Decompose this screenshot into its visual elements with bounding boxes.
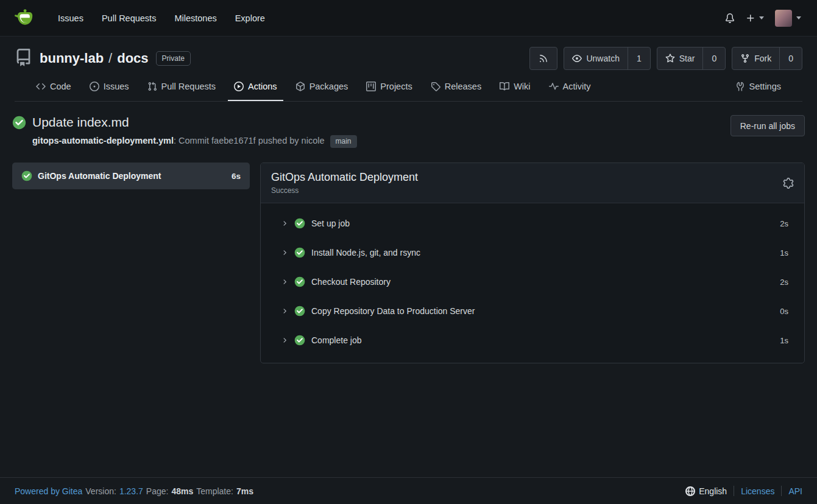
tab-actions[interactable]: Actions <box>228 74 283 101</box>
job-options-button[interactable] <box>783 178 794 189</box>
step-row-setup[interactable]: Set up job 2s <box>261 209 804 238</box>
run-title-line: Update index.md <box>12 115 357 130</box>
bell-icon <box>725 13 735 23</box>
api-link[interactable]: API <box>788 486 802 496</box>
notifications-button[interactable] <box>725 13 735 23</box>
nav-pull-requests[interactable]: Pull Requests <box>93 9 165 28</box>
language-selector[interactable]: English <box>685 486 727 496</box>
step-success-check-icon <box>294 218 305 229</box>
repo-title-row: bunny-lab / docs Private Unwatch 1 <box>15 47 802 70</box>
user-menu[interactable] <box>775 10 801 27</box>
gitea-actions-page: Issues Pull Requests Milestones Explore <box>0 0 817 504</box>
tab-code[interactable]: Code <box>30 74 77 101</box>
page-time-label: Page: <box>146 486 169 496</box>
jobs-sidebar: GitOps Automatic Deployment 6s <box>12 163 250 363</box>
step-row-install[interactable]: Install Node.js, git, and rsync 1s <box>261 238 804 267</box>
step-name: Complete job <box>311 335 362 345</box>
repo-title: bunny-lab / docs <box>40 51 149 66</box>
step-row-checkout[interactable]: Checkout Repository 2s <box>261 267 804 296</box>
step-success-check-icon <box>294 247 305 258</box>
star-label: Star <box>679 54 695 63</box>
run-body: GitOps Automatic Deployment 6s GitOps Au… <box>12 163 805 363</box>
tab-label: Pull Requests <box>161 82 216 91</box>
nav-milestones[interactable]: Milestones <box>165 9 225 28</box>
job-name: GitOps Automatic Deployment <box>38 171 226 181</box>
page-time-value: 48ms <box>171 486 193 496</box>
step-success-check-icon <box>294 276 305 287</box>
rerun-all-jobs-button[interactable]: Re-run all jobs <box>730 115 805 136</box>
gear-icon <box>783 178 794 189</box>
tab-label: Actions <box>248 82 277 91</box>
forks-count[interactable]: 0 <box>779 47 802 69</box>
step-name: Copy Repository Data to Production Serve… <box>311 306 475 316</box>
step-name: Install Node.js, git, and rsync <box>311 248 420 257</box>
repo-owner-link[interactable]: bunny-lab <box>40 51 104 66</box>
footer-divider <box>781 486 782 496</box>
step-duration: 0s <box>780 307 788 316</box>
nav-issues[interactable]: Issues <box>49 9 93 28</box>
rss-button[interactable] <box>529 47 557 70</box>
chevron-right-icon <box>281 249 288 256</box>
tab-label: Releases <box>445 82 481 91</box>
step-row-copy[interactable]: Copy Repository Data to Production Serve… <box>261 296 804 326</box>
pulse-icon <box>549 82 559 91</box>
workflow-file-link[interactable]: gitops-automatic-deployment.yml <box>32 136 174 145</box>
step-name: Set up job <box>311 219 350 228</box>
star-button-group: Star 0 <box>657 47 726 70</box>
fork-button[interactable]: Fork <box>732 47 779 69</box>
rss-icon <box>539 54 548 63</box>
avatar <box>775 10 792 27</box>
step-success-check-icon <box>294 335 305 346</box>
home-link[interactable] <box>13 8 34 29</box>
star-button[interactable]: Star <box>657 47 703 69</box>
create-new-dropdown[interactable] <box>746 13 764 23</box>
tab-wiki[interactable]: Wiki <box>493 74 536 101</box>
step-duration: 2s <box>780 219 788 228</box>
repo-icon <box>15 49 32 69</box>
job-success-check-icon <box>21 170 32 181</box>
tab-label: Code <box>50 82 71 91</box>
powered-by-gitea-link[interactable]: Powered by Gitea <box>15 486 82 496</box>
unwatch-label: Unwatch <box>586 54 619 63</box>
globe-icon <box>685 486 695 496</box>
step-duration: 2s <box>780 278 788 287</box>
job-detail-header: GitOps Automatic Deployment Success <box>261 163 804 203</box>
main-nav: Issues Pull Requests Milestones Explore <box>49 9 274 28</box>
run-header: Update index.md gitops-automatic-deploym… <box>12 115 805 148</box>
unwatch-button[interactable]: Unwatch <box>564 47 627 69</box>
gitea-logo-icon <box>13 8 34 29</box>
stars-count[interactable]: 0 <box>702 47 725 69</box>
tab-projects[interactable]: Projects <box>360 74 418 101</box>
watchers-count[interactable]: 1 <box>628 47 650 69</box>
nav-explore[interactable]: Explore <box>226 9 274 28</box>
version-link[interactable]: 1.23.7 <box>119 486 143 496</box>
repo-name-link[interactable]: docs <box>117 51 148 66</box>
fork-icon <box>740 54 750 63</box>
tab-settings[interactable]: Settings <box>729 74 787 101</box>
step-row-complete[interactable]: Complete job 1s <box>261 326 804 355</box>
job-list-item-selected[interactable]: GitOps Automatic Deployment 6s <box>12 163 250 189</box>
repo-header: bunny-lab / docs Private Unwatch 1 <box>0 37 817 102</box>
licenses-link[interactable]: Licenses <box>741 486 774 496</box>
fork-button-group: Fork 0 <box>732 47 802 70</box>
step-duration: 1s <box>780 248 788 257</box>
branch-badge[interactable]: main <box>330 135 357 148</box>
step-name: Checkout Repository <box>311 277 391 287</box>
plus-icon <box>746 13 755 23</box>
job-detail-title: GitOps Automatic Deployment <box>271 171 418 184</box>
job-status: Success <box>271 186 418 195</box>
pull-request-icon <box>147 82 157 91</box>
tab-pull-requests[interactable]: Pull Requests <box>141 74 222 101</box>
eye-icon <box>572 54 582 63</box>
commit-info: : Commit faebe1671f pushed by nicole <box>174 136 324 145</box>
code-icon <box>36 82 46 91</box>
repo-separator: / <box>108 51 112 66</box>
tab-packages[interactable]: Packages <box>289 74 355 101</box>
tab-label: Activity <box>563 82 591 91</box>
tab-issues[interactable]: Issues <box>83 74 135 101</box>
tab-activity[interactable]: Activity <box>543 74 597 101</box>
project-icon <box>366 82 376 91</box>
step-duration: 1s <box>780 336 788 345</box>
tab-releases[interactable]: Releases <box>425 74 487 101</box>
repo-actions: Unwatch 1 Star 0 Fork 0 <box>529 47 802 70</box>
